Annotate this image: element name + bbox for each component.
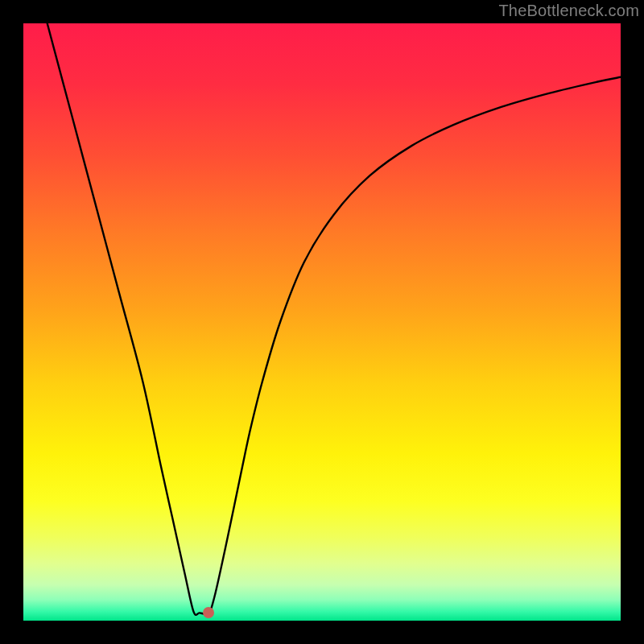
plot-area bbox=[23, 23, 621, 621]
chart-curve bbox=[23, 23, 621, 621]
minimum-marker bbox=[203, 607, 214, 618]
watermark-text: TheBottleneck.com bbox=[498, 2, 639, 20]
